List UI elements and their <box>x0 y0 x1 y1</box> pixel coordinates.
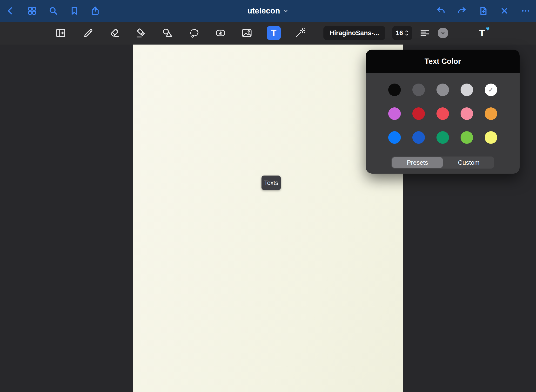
undo-icon <box>436 6 446 16</box>
canvas-text-label: Texts <box>264 179 278 186</box>
chevron-down-icon <box>283 8 289 14</box>
undo-button[interactable] <box>435 5 447 17</box>
search-icon <box>48 6 58 16</box>
font-family-button[interactable]: HiraginoSans-... <box>323 26 385 40</box>
share-button[interactable] <box>89 5 101 17</box>
elements-tool-button[interactable] <box>214 26 228 40</box>
share-icon <box>90 6 100 16</box>
highlighter-icon <box>135 27 147 39</box>
image-icon <box>241 27 253 39</box>
text-style-glyph: T <box>479 28 485 39</box>
swatch-red[interactable] <box>436 107 449 120</box>
presets-custom-segmented-control: Presets Custom <box>391 157 494 169</box>
segment-custom[interactable]: Custom <box>443 157 494 169</box>
back-button[interactable] <box>4 5 17 17</box>
swatch-orange[interactable] <box>485 107 497 120</box>
text-style-favorites-button[interactable]: T ♥ <box>475 26 489 40</box>
swatch-purple[interactable] <box>388 107 401 120</box>
add-page-icon <box>478 6 488 16</box>
font-size-value: 16 <box>396 29 403 37</box>
thumbnails-button[interactable] <box>26 5 38 17</box>
laser-pointer-icon <box>294 27 306 39</box>
highlighter-tool-button[interactable] <box>134 26 148 40</box>
swatch-light-green[interactable] <box>461 131 473 144</box>
font-size-stepper[interactable]: 16 <box>392 26 412 40</box>
laser-pointer-button[interactable] <box>293 26 307 40</box>
swatch-black[interactable] <box>388 84 401 96</box>
align-left-icon <box>419 27 431 39</box>
swatch-blue[interactable] <box>388 131 401 144</box>
text-tool-glyph: T <box>271 28 276 38</box>
tools-toolbar: T HiraginoSans-... 16 T ♥ <box>0 22 536 45</box>
ellipsis-icon <box>521 6 531 16</box>
font-family-label: HiraginoSans-... <box>329 29 379 37</box>
text-tool-button-active[interactable]: T <box>267 26 281 40</box>
swatch-gray[interactable] <box>436 84 449 96</box>
reader-view-icon <box>54 27 67 39</box>
text-color-button[interactable] <box>438 28 448 38</box>
lasso-icon <box>188 27 201 39</box>
popover-header: Text Color <box>366 50 520 73</box>
swatch-dark-red[interactable] <box>412 107 425 120</box>
chevron-left-icon <box>5 6 15 16</box>
stepper-chevrons-icon <box>405 29 409 37</box>
redo-button[interactable] <box>456 5 468 17</box>
bookmark-button[interactable] <box>68 5 80 17</box>
add-page-button[interactable] <box>477 5 489 17</box>
pen-icon <box>82 27 94 39</box>
selected-check-icon: ✓ <box>485 84 497 96</box>
document-title[interactable]: utelecon <box>247 6 289 15</box>
popover-title: Text Color <box>425 57 461 66</box>
text-alignment-button[interactable] <box>418 26 432 40</box>
eraser-icon <box>108 27 121 39</box>
swatch-dark-blue[interactable] <box>412 131 425 144</box>
shapes-icon <box>161 27 174 39</box>
swatch-pink[interactable] <box>461 107 473 120</box>
more-button[interactable] <box>519 5 532 17</box>
shapes-tool-button[interactable] <box>160 26 174 40</box>
sticker-star-icon <box>214 27 227 39</box>
close-button[interactable] <box>498 5 511 17</box>
bookmark-icon <box>69 6 79 16</box>
text-color-popover: Text Color ✓ Presets Custom <box>366 50 520 174</box>
image-tool-button[interactable] <box>240 26 254 40</box>
chevron-down-icon <box>440 30 446 36</box>
segment-presets[interactable]: Presets <box>392 157 443 168</box>
swatch-dark-gray[interactable] <box>412 84 425 96</box>
heart-icon: ♥ <box>486 25 490 33</box>
eraser-tool-button[interactable] <box>107 26 121 40</box>
swatch-green[interactable] <box>436 131 449 144</box>
page-canvas[interactable] <box>133 45 403 392</box>
swatch-yellow[interactable] <box>485 131 497 144</box>
canvas-text-object[interactable]: Texts <box>261 176 281 190</box>
grid-icon <box>27 6 37 16</box>
swatch-light-gray[interactable] <box>461 84 473 96</box>
color-swatch-grid: ✓ <box>366 84 520 144</box>
pen-tool-button[interactable] <box>81 26 95 40</box>
document-title-label: utelecon <box>247 6 280 15</box>
swatch-white[interactable]: ✓ <box>485 84 497 96</box>
close-icon <box>499 6 509 16</box>
redo-icon <box>457 6 467 16</box>
lasso-tool-button[interactable] <box>187 26 201 40</box>
top-navigation-bar: utelecon <box>0 0 536 22</box>
search-button[interactable] <box>47 5 60 17</box>
reader-view-button[interactable] <box>54 26 68 40</box>
